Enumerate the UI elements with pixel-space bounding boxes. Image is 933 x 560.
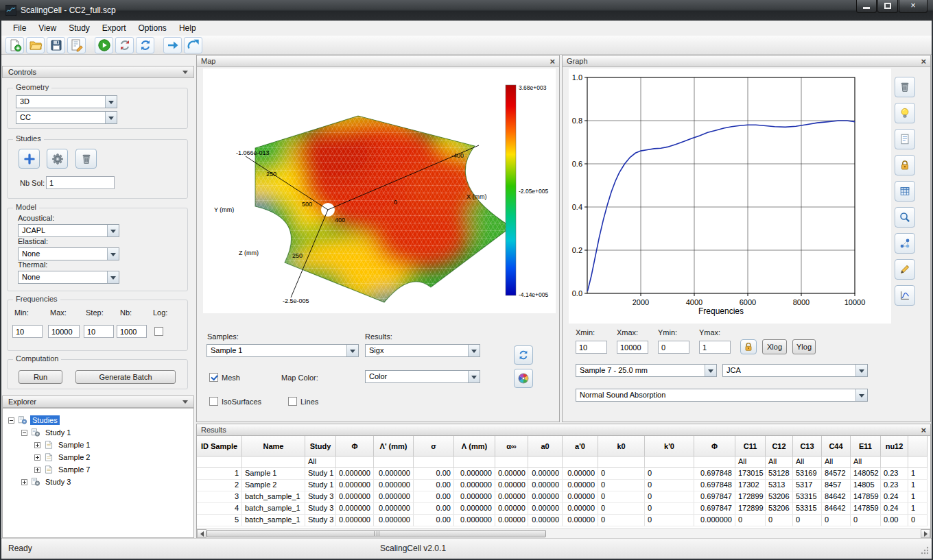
ymax-input[interactable] bbox=[699, 341, 731, 354]
toolbar-open-file-button[interactable] bbox=[26, 37, 45, 53]
chevron-down-icon[interactable] bbox=[346, 345, 358, 356]
tree-item-sample-1[interactable]: Sample 1 bbox=[3, 439, 193, 451]
resize-grip-icon[interactable] bbox=[920, 546, 929, 557]
menu-export[interactable]: Export bbox=[96, 21, 132, 35]
filter-cell[interactable] bbox=[598, 456, 645, 468]
filter-cell[interactable] bbox=[495, 456, 528, 468]
menu-help[interactable]: Help bbox=[173, 21, 202, 35]
side-notes-button[interactable] bbox=[895, 129, 915, 149]
filter-cell[interactable] bbox=[242, 456, 305, 468]
column-header[interactable]: a0 bbox=[528, 436, 563, 456]
menu-options[interactable]: Options bbox=[132, 21, 173, 35]
side-magnifier-button[interactable] bbox=[895, 207, 915, 228]
toolbar-run-batch-button[interactable] bbox=[115, 37, 134, 53]
filter-cell[interactable] bbox=[374, 456, 414, 468]
filter-cell[interactable]: All bbox=[822, 456, 851, 468]
collapse-controls-icon[interactable] bbox=[182, 71, 188, 77]
chevron-down-icon[interactable] bbox=[107, 225, 119, 236]
map-panel-header[interactable]: Map × bbox=[197, 56, 559, 67]
lines-checkbox[interactable] bbox=[288, 397, 297, 406]
result-row[interactable]: 3batch_sample_1Study 30.0000000.0000000.… bbox=[197, 491, 930, 503]
column-header[interactable]: k'0 bbox=[645, 436, 694, 456]
freq-nb-input[interactable] bbox=[117, 325, 147, 338]
sample-select[interactable]: Sample 1 bbox=[206, 344, 359, 357]
close-icon[interactable]: × bbox=[550, 57, 555, 66]
column-header[interactable]: C44 bbox=[822, 436, 851, 456]
side-lock-button[interactable] bbox=[895, 155, 915, 175]
side-nodes-button[interactable] bbox=[895, 233, 915, 254]
chevron-down-icon[interactable] bbox=[855, 365, 867, 376]
tree-item-label[interactable]: Study 3 bbox=[43, 477, 73, 487]
freq-min-input[interactable] bbox=[12, 325, 43, 338]
minimize-button[interactable] bbox=[856, 0, 877, 13]
expand-icon[interactable] bbox=[34, 454, 40, 461]
graph-model-select[interactable]: JCA bbox=[722, 364, 868, 377]
column-header[interactable]: σ bbox=[414, 436, 454, 456]
horizontal-scrollbar[interactable] bbox=[197, 528, 930, 538]
refresh-map-button[interactable] bbox=[514, 345, 533, 365]
column-header[interactable]: E11 bbox=[851, 436, 881, 456]
scroll-left-icon[interactable] bbox=[197, 529, 206, 538]
thermal-model-select[interactable]: None bbox=[18, 271, 119, 284]
tree-item-label[interactable]: Sample 1 bbox=[56, 440, 92, 450]
toolbar-refresh-button[interactable] bbox=[136, 37, 154, 53]
collapse-icon[interactable] bbox=[8, 417, 14, 424]
toolbar-export-redo-button[interactable] bbox=[184, 37, 202, 53]
tree-item-study-1[interactable]: Study 1 bbox=[3, 426, 193, 439]
xmax-input[interactable] bbox=[617, 341, 648, 354]
geometry-cell-type-select[interactable]: CC bbox=[16, 111, 117, 124]
chevron-down-icon[interactable] bbox=[105, 96, 117, 108]
filter-cell[interactable] bbox=[197, 456, 242, 468]
scroll-right-icon[interactable] bbox=[921, 529, 930, 538]
result-row[interactable]: 1Sample 1Study 10.0000000.0000000.000.00… bbox=[197, 468, 930, 480]
maximize-button[interactable] bbox=[877, 0, 898, 13]
column-header[interactable]: Φ bbox=[336, 436, 374, 456]
log-checkbox[interactable] bbox=[154, 327, 163, 336]
expand-icon[interactable] bbox=[34, 467, 40, 473]
menu-study[interactable]: Study bbox=[62, 21, 96, 35]
filter-cell[interactable] bbox=[528, 456, 563, 468]
column-header[interactable]: C11 bbox=[735, 436, 766, 456]
toolbar-new-file-button[interactable] bbox=[5, 37, 24, 53]
chevron-down-icon[interactable] bbox=[468, 345, 480, 356]
chevron-down-icon[interactable] bbox=[105, 112, 117, 123]
close-icon[interactable]: × bbox=[921, 426, 926, 435]
tree-item-sample-7[interactable]: Sample 7 bbox=[3, 463, 193, 476]
chevron-down-icon[interactable] bbox=[705, 365, 716, 376]
tree-item-study-3[interactable]: Study 3 bbox=[3, 476, 193, 488]
chevron-down-icon[interactable] bbox=[107, 271, 119, 283]
scrollbar-thumb[interactable] bbox=[206, 530, 546, 537]
tree-item-label[interactable]: Studies bbox=[30, 415, 60, 425]
xmin-input[interactable] bbox=[576, 341, 607, 354]
filter-cell[interactable] bbox=[694, 456, 735, 468]
expand-icon[interactable] bbox=[34, 442, 40, 448]
lock-axes-button[interactable] bbox=[740, 339, 757, 354]
side-bulb-button[interactable] bbox=[895, 103, 915, 123]
chevron-down-icon[interactable] bbox=[855, 389, 867, 401]
column-header[interactable]: Study bbox=[305, 436, 336, 456]
tree-item-label[interactable]: Sample 7 bbox=[56, 465, 92, 474]
filter-cell[interactable]: All bbox=[305, 456, 336, 468]
delete-study-button[interactable] bbox=[75, 149, 97, 169]
filter-cell[interactable]: All bbox=[735, 456, 766, 468]
column-header[interactable]: Λ' (mm) bbox=[374, 436, 414, 456]
column-header[interactable]: C12 bbox=[766, 436, 793, 456]
absorption-plot-area[interactable]: 200040006000800010000 0.00.20.40.60.81.0… bbox=[569, 69, 891, 324]
nb-sol-input[interactable] bbox=[46, 176, 115, 189]
column-header[interactable]: Λ (mm) bbox=[454, 436, 495, 456]
toolbar-export-forward-button[interactable] bbox=[163, 37, 182, 53]
close-icon[interactable]: × bbox=[921, 57, 926, 66]
study-settings-button[interactable] bbox=[47, 149, 68, 169]
column-header[interactable]: a'0 bbox=[563, 436, 598, 456]
result-row[interactable]: 5batch_sample_1Study 30.0000000.0000000.… bbox=[197, 515, 930, 526]
toolbar-save-file-button[interactable] bbox=[47, 37, 65, 53]
filter-cell[interactable] bbox=[336, 456, 374, 468]
column-header[interactable]: α∞ bbox=[495, 436, 528, 456]
toolbar-run-button[interactable] bbox=[95, 37, 113, 53]
filter-cell[interactable]: All bbox=[766, 456, 793, 468]
close-button[interactable]: × bbox=[899, 0, 928, 13]
menu-file[interactable]: File bbox=[7, 21, 32, 35]
freq-step-input[interactable] bbox=[84, 325, 114, 338]
column-header[interactable]: k0 bbox=[598, 436, 645, 456]
filter-cell[interactable]: All bbox=[851, 456, 881, 468]
